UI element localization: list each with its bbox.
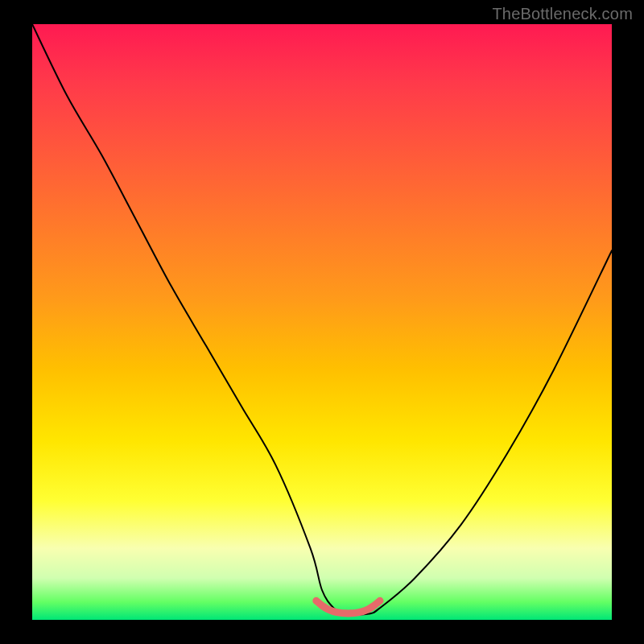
watermark-label: TheBottleneck.com (492, 5, 633, 23)
valley-marker (316, 601, 380, 613)
curve-svg (32, 24, 612, 620)
chart-frame: TheBottleneck.com (0, 0, 644, 644)
plot-area (32, 24, 612, 620)
bottleneck-curve (32, 24, 612, 615)
